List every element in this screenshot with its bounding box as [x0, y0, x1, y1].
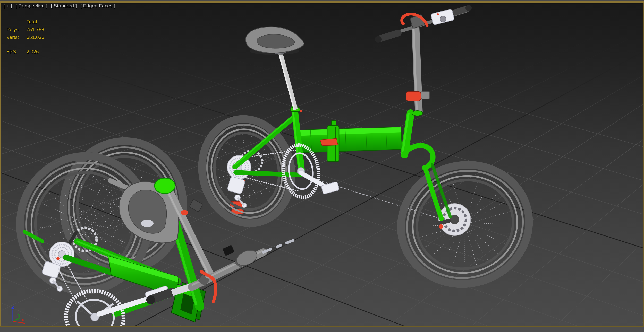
max-viewport[interactable]: Z y x [ + ] [ Perspective ] [ Standard ]… [0, 0, 644, 332]
viewport-statistics: Total Polys: 751.788 Verts: 651.036 FPS:… [6, 18, 44, 56]
stats-verts-label: Verts: [6, 33, 27, 41]
viewport-style-menu[interactable]: [ Edged Faces ] [80, 3, 115, 8]
axis-y-label: y [18, 313, 21, 318]
axis-x-label: x [22, 317, 24, 322]
active-viewport-border-left [0, 3, 1, 327]
stats-verts-value: 651.036 [27, 33, 44, 41]
ui-strip-below-viewport [0, 327, 644, 332]
stats-polys-value: 751.788 [27, 26, 44, 33]
axis-z-label: Z [11, 305, 14, 310]
viewport-3d-canvas[interactable]: Z y x [0, 0, 644, 332]
stats-total-header: Total [27, 18, 44, 26]
viewport-label-menus: [ + ] [ Perspective ] [ Standard ] [ Edg… [4, 3, 117, 9]
viewport-general-menu[interactable]: [ + ] [4, 3, 12, 8]
stats-fps-label: FPS: [6, 48, 27, 56]
seat-tube-cap [155, 178, 175, 194]
viewport-shading-menu[interactable]: [ Standard ] [51, 3, 77, 8]
stats-fps-value: 2,026 [27, 48, 44, 56]
stats-polys-label: Polys: [6, 26, 27, 33]
handlepost-clamp [406, 92, 421, 101]
cassette [49, 242, 74, 267]
viewport-pov-menu[interactable]: [ Perspective ] [16, 3, 47, 8]
